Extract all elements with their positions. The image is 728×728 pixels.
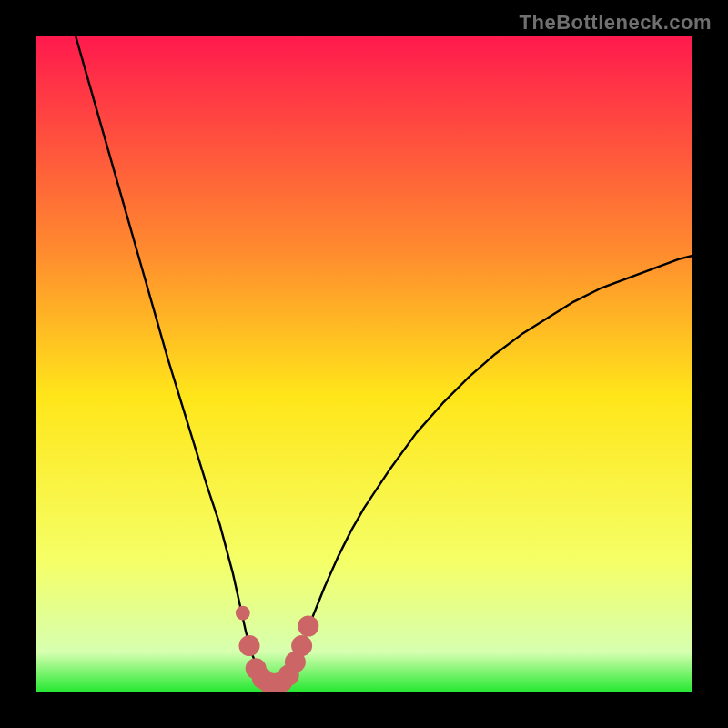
plot-area <box>36 36 692 692</box>
marker-dot <box>238 635 259 656</box>
watermark-text: TheBottleneck.com <box>520 11 712 35</box>
bottleneck-chart <box>36 36 692 692</box>
marker-dot <box>236 606 250 621</box>
outer-frame: TheBottleneck.com <box>0 0 728 728</box>
gradient-background <box>36 36 692 692</box>
marker-dot <box>298 615 318 636</box>
marker-dot <box>291 635 312 656</box>
